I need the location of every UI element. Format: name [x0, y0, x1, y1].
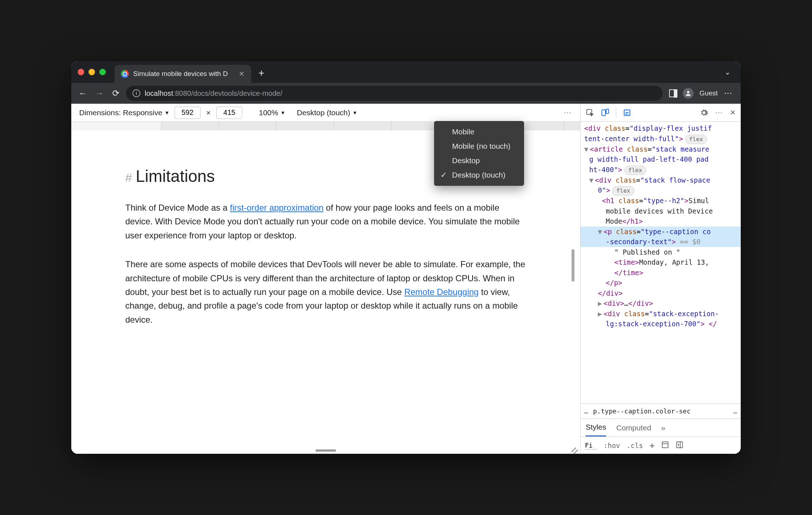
address-bar-row: ← → ⟳ i localhost:8080/docs/devtools/dev… — [71, 83, 741, 104]
remote-debugging-link[interactable]: Remote Debugging — [404, 287, 479, 297]
toggle-sidebar-icon[interactable] — [676, 441, 684, 450]
dimension-separator: × — [206, 108, 211, 117]
menu-item-desktop[interactable]: Desktop — [434, 153, 524, 168]
minimize-window-button[interactable] — [89, 69, 95, 75]
toolbar-right: Guest ⋮ — [666, 88, 736, 99]
svg-rect-3 — [606, 109, 609, 113]
url-text: localhost:8080/docs/devtools/device-mode… — [145, 89, 282, 98]
close-window-button[interactable] — [78, 69, 84, 75]
paragraph-2: There are some aspects of mobile devices… — [125, 258, 526, 327]
settings-gear-icon[interactable] — [700, 108, 708, 117]
cls-toggle[interactable]: .cls — [627, 442, 643, 449]
svg-rect-6 — [677, 442, 683, 448]
tab-overflow[interactable]: » — [661, 424, 666, 432]
hov-toggle[interactable]: :hov — [604, 442, 620, 449]
menu-item-desktop-touch[interactable]: Desktop (touch) — [434, 168, 524, 182]
side-panel-icon[interactable] — [669, 89, 677, 97]
breadcrumb-overflow-right[interactable]: … — [733, 407, 737, 415]
first-order-approximation-link[interactable]: first-order approximation — [230, 203, 324, 212]
new-style-rule-button[interactable]: + — [650, 440, 655, 451]
width-input[interactable] — [175, 107, 200, 119]
page-heading: Limitations — [136, 166, 215, 186]
resize-handle-corner[interactable] — [568, 442, 578, 452]
menu-item-mobile[interactable]: Mobile — [434, 125, 524, 139]
resize-handle-bottom[interactable] — [316, 449, 336, 452]
maximize-window-button[interactable] — [99, 69, 106, 75]
devtools-toolbar: ⋮ ✕ — [581, 104, 741, 122]
devtools-close-button[interactable]: ✕ — [730, 108, 736, 117]
tab-styles[interactable]: Styles — [586, 419, 606, 436]
chrome-icon — [121, 70, 129, 78]
tab-list-button[interactable]: ⌄ — [725, 68, 734, 76]
titlebar: Simulate mobile devices with D ✕ + ⌄ — [71, 61, 741, 83]
device-mode-pane: Dimensions: Responsive▼ × 100%▼ Desktop … — [71, 104, 580, 454]
site-info-icon[interactable]: i — [132, 89, 140, 97]
device-toolbar-more-button[interactable]: ⋮ — [564, 109, 572, 116]
new-tab-button[interactable]: + — [258, 67, 264, 79]
tab-title: Simulate mobile devices with D — [133, 70, 228, 78]
omnibox[interactable]: i localhost:8080/docs/devtools/device-mo… — [126, 86, 663, 101]
profile-avatar-icon[interactable] — [683, 88, 694, 99]
browser-window: Simulate mobile devices with D ✕ + ⌄ ← →… — [71, 61, 741, 454]
devtools-panel: ⋮ ✕ <div class="display-flex justif tent… — [580, 104, 741, 454]
window-controls — [78, 69, 106, 75]
inspect-element-icon[interactable] — [586, 108, 594, 117]
device-toolbar: Dimensions: Responsive▼ × 100%▼ Desktop … — [71, 104, 580, 122]
height-input[interactable] — [216, 107, 242, 119]
device-type-dropdown[interactable]: Desktop (touch)▼ — [297, 108, 357, 117]
paragraph-1: Think of Device Mode as a first-order ap… — [125, 201, 526, 242]
toggle-device-toolbar-icon[interactable] — [601, 108, 609, 117]
breadcrumb-overflow-left[interactable]: … — [584, 407, 588, 415]
styles-action-bar: :hov .cls + — [581, 436, 741, 454]
back-button[interactable]: ← — [76, 88, 89, 98]
styles-filter-input[interactable] — [585, 442, 597, 449]
forward-button[interactable]: → — [93, 88, 106, 98]
profile-label[interactable]: Guest — [699, 89, 718, 97]
svg-rect-5 — [662, 442, 668, 448]
tab-computed[interactable]: Computed — [616, 424, 651, 432]
menu-item-mobile-no-touch[interactable]: Mobile (no touch) — [434, 139, 524, 153]
breadcrumb-selected[interactable]: p.type--caption.color-sec — [593, 407, 691, 415]
browser-tab[interactable]: Simulate mobile devices with D ✕ — [114, 65, 251, 83]
zoom-dropdown[interactable]: 100%▼ — [259, 108, 285, 117]
dimensions-dropdown[interactable]: Dimensions: Responsive▼ — [79, 108, 170, 117]
device-type-menu: Mobile Mobile (no touch) Desktop Desktop… — [434, 121, 524, 186]
styles-tabstrip: Styles Computed » — [581, 418, 741, 436]
computed-styles-icon[interactable] — [661, 441, 669, 450]
scrollbar-thumb[interactable] — [572, 249, 574, 282]
chrome-menu-button[interactable]: ⋮ — [723, 89, 733, 97]
svg-rect-2 — [602, 110, 605, 116]
reload-button[interactable]: ⟳ — [109, 88, 122, 98]
breadcrumb-bar[interactable]: … p.type--caption.color-sec … — [581, 403, 741, 418]
heading-anchor-hash[interactable]: # — [125, 171, 132, 185]
tab-close-button[interactable]: ✕ — [239, 70, 245, 78]
svg-point-0 — [687, 91, 690, 93]
devtools-more-button[interactable]: ⋮ — [715, 109, 723, 116]
elements-dom-tree[interactable]: <div class="display-flex justif tent-cen… — [581, 122, 741, 403]
elements-tab-icon[interactable] — [623, 108, 631, 117]
